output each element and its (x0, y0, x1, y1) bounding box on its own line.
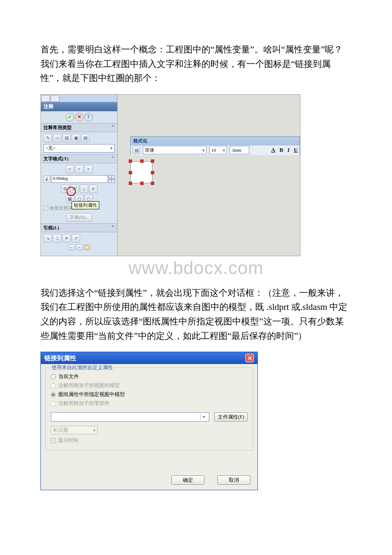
property-combo[interactable]: ▾ (51, 412, 209, 422)
angle-spinner[interactable]: ▴▾ (109, 175, 115, 183)
paragraph-1: 首先，需要明白这样一个概念：工程图中的“属性变量”。啥叫“属性变量”呢？我们来看… (40, 43, 352, 86)
dialog-titlebar: 链接到属性 ✕ (41, 352, 257, 364)
format-toolbar: 格式化 ▤ 宋体▾ 10▾ 3mm A B I U (130, 136, 300, 155)
leader-icon[interactable]: ↘ (43, 234, 52, 243)
group-title: 使用来自此项的自定义属性 (50, 364, 115, 371)
cancel-button[interactable]: ✕ (75, 113, 84, 121)
note-title: 注释 (41, 102, 117, 111)
type-icon[interactable]: ▣ (72, 134, 80, 142)
underline-button[interactable]: U (294, 147, 298, 153)
font-height-combo[interactable]: 3mm (230, 146, 249, 154)
file-properties-button[interactable]: 文件属性(F) (214, 412, 248, 422)
solidworks-screenshot: 注释 ✓ ✕ ? 注释常用类型⌃ ✎ ▭ ▧ ▣ ▤ <无>▾ 文字格式(T)⌃ (40, 94, 300, 256)
radio-view-model: 注解所附加于的视图的模型 (51, 381, 248, 390)
link-to-property-dialog: 链接到属性 ✕ 使用来自此项的自定义属性 当前文件 注解所附加于的视图的模型 图… (40, 352, 258, 490)
radio-sheet-model[interactable]: 图纸属性中所指定视图中模型 (51, 390, 248, 399)
type-buttons: ✎ ▭ ▧ ▣ ▤ (43, 134, 115, 142)
font-size-combo[interactable]: 10▾ (209, 146, 227, 154)
help-button[interactable]: ? (84, 113, 93, 121)
format-icon[interactable]: ⍜ (80, 185, 88, 193)
watermark: www.bdocx.com (40, 258, 352, 278)
type-icon[interactable]: ✎ (43, 134, 52, 142)
align-left-icon[interactable]: ≡ (66, 165, 74, 173)
panel-tab[interactable] (41, 95, 50, 102)
note-edit-box[interactable] (130, 161, 153, 183)
angle-icon: ∠ (43, 176, 50, 182)
type-icon[interactable]: ▭ (53, 134, 61, 142)
bold-button[interactable]: B (280, 147, 283, 153)
leader-icon[interactable]: ⤵ (53, 234, 61, 243)
angle-input[interactable]: 0.00deg (51, 175, 108, 183)
ok-button[interactable]: ✓ (66, 113, 74, 121)
leader-icon[interactable]: ◯ (84, 244, 90, 250)
leader-icon[interactable]: ↗ (72, 234, 80, 243)
paragraph-2: 我们选择这个“链接到属性”，就会出现下面这个对话框：（注意，一般来讲，我们在工程… (40, 286, 352, 343)
format-icon[interactable]: ✔ (89, 185, 98, 193)
format-icon[interactable]: ⚙ (61, 185, 69, 193)
style-combo[interactable]: <无>▾ (43, 144, 115, 153)
font-style-buttons: A B I U (271, 147, 298, 153)
leader-icon[interactable]: ← (68, 244, 75, 250)
ok-button[interactable]: 确定 (171, 475, 205, 485)
property-manager-panel: 注释 ✓ ✕ ? 注释常用类型⌃ ✎ ▭ ▧ ▣ ▤ <无>▾ 文字格式(T)⌃ (41, 95, 118, 256)
section-text-format[interactable]: 文字格式(T)⌃ (41, 154, 117, 163)
section-leader[interactable]: 引线(L)⌃ (41, 223, 117, 232)
align-right-icon[interactable]: ≡ (84, 165, 93, 173)
panel-tabs (41, 95, 117, 102)
underline-a-button[interactable]: A (271, 147, 275, 153)
font-button[interactable]: 字体(N)... (66, 213, 92, 222)
leader-icon[interactable]: → (76, 244, 83, 250)
panel-tab[interactable] (51, 95, 59, 102)
font-family-combo[interactable]: 宋体▾ (143, 146, 207, 154)
custom-props-group: 使用来自此项的自定义属性 当前文件 注解所附加于的视图的模型 图纸属性中所指定视… (45, 367, 253, 451)
link-property-tooltip: 链接到属性 (72, 201, 99, 209)
confirm-row: ✓ ✕ ? (41, 111, 117, 123)
type-icon[interactable]: ▧ (62, 134, 71, 142)
leader-icon[interactable]: ✕ (62, 234, 71, 243)
format-toolbar-title: 格式化 (131, 137, 300, 145)
doc-icon[interactable]: ▤ (133, 146, 140, 154)
radio-current-file[interactable]: 当前文件 (51, 372, 248, 381)
date-format-combo: 长日期▾ (51, 426, 98, 434)
close-icon[interactable]: ✕ (245, 354, 254, 362)
radio-component: 注解所附加于的零部件 (51, 399, 248, 408)
italic-button[interactable]: I (288, 147, 290, 153)
type-icon[interactable]: ▤ (81, 134, 89, 142)
link-to-property-icon[interactable]: 🔗 (70, 185, 79, 193)
align-center-icon[interactable]: ≡ (75, 165, 84, 173)
section-common-types[interactable]: 注释常用类型⌃ (41, 123, 117, 132)
show-time-checkbox: ✓显示时间 (51, 437, 248, 444)
drawing-canvas: 格式化 ▤ 宋体▾ 10▾ 3mm A B I U (118, 95, 300, 256)
cancel-button[interactable]: 取消 (217, 475, 251, 485)
